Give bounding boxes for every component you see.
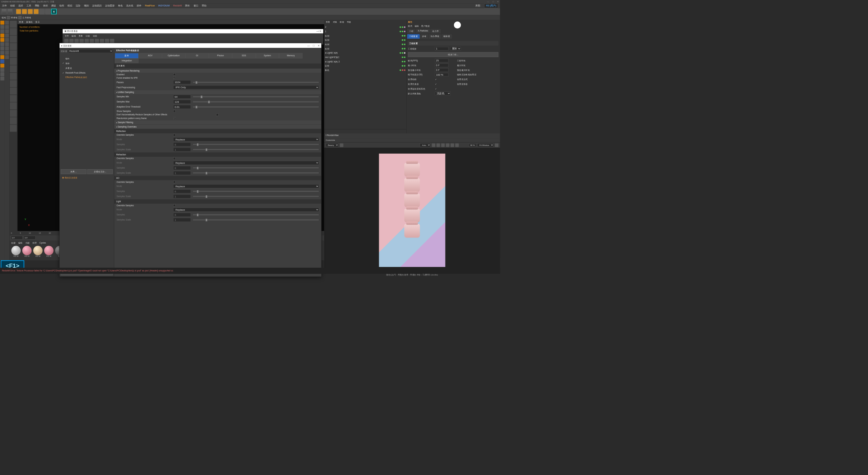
time-start-input[interactable] bbox=[11, 236, 23, 239]
menu-help[interactable]: 帮助 bbox=[202, 4, 206, 7]
attr-edit[interactable]: 编辑 bbox=[415, 25, 419, 28]
select-tool-icon[interactable] bbox=[16, 9, 21, 14]
randomize-checkbox[interactable] bbox=[173, 117, 176, 119]
menu-sim[interactable]: 模拟 bbox=[67, 4, 72, 7]
render-settings-window[interactable]: ● 渲染设置 —□✕ 渲染器 Redshift 输出 保存 多通道 Redshi… bbox=[59, 43, 321, 277]
mat-edit[interactable]: 编辑 bbox=[18, 241, 23, 244]
texture-icon[interactable] bbox=[10, 95, 17, 102]
enabled-checkbox[interactable] bbox=[173, 73, 176, 76]
menu-mograph[interactable]: 运动图形 bbox=[105, 4, 115, 7]
rv-icon[interactable] bbox=[340, 143, 343, 147]
force-ipr-checkbox[interactable] bbox=[173, 77, 176, 79]
tool-icon[interactable] bbox=[39, 9, 44, 14]
aerr-slider[interactable] bbox=[193, 106, 319, 108]
pv-icon[interactable] bbox=[84, 39, 89, 43]
rs-output[interactable]: 输出 bbox=[60, 56, 114, 61]
samples-input[interactable] bbox=[173, 189, 191, 193]
samples-slider[interactable] bbox=[193, 191, 319, 192]
object-row[interactable]: a Light区域光.3 bbox=[325, 59, 405, 64]
tool-icon[interactable] bbox=[0, 55, 4, 59]
menu-volume[interactable]: 体积 bbox=[43, 4, 48, 7]
rv-auto-select[interactable]: Auto bbox=[420, 143, 431, 147]
tool-icon[interactable] bbox=[0, 42, 4, 46]
lock-icon[interactable] bbox=[432, 143, 435, 147]
obj-object[interactable]: 对象 bbox=[333, 21, 337, 24]
object-row[interactable]: a Light区域光 bbox=[325, 51, 405, 55]
tool-icon[interactable] bbox=[0, 59, 4, 63]
mat-tex[interactable]: 纹理 bbox=[33, 241, 37, 244]
objmgr-menu[interactable]: 查看 对象 标签 书签 bbox=[324, 20, 406, 24]
tab-ref[interactable]: 参考 bbox=[420, 34, 428, 39]
project-scale-input[interactable] bbox=[435, 47, 449, 50]
pv-file[interactable]: 文件 bbox=[65, 34, 69, 37]
override-checkbox[interactable] bbox=[173, 157, 176, 160]
multipass-button[interactable]: 多通道渲染... bbox=[87, 169, 113, 174]
tool-icon[interactable] bbox=[0, 46, 4, 51]
grid-icon[interactable] bbox=[436, 143, 440, 147]
pv-icon[interactable] bbox=[105, 39, 109, 43]
viewport-menu[interactable]: 查看 摄像机 显示 bbox=[18, 20, 324, 24]
tool-icon[interactable] bbox=[5, 21, 9, 25]
tab-dynamics[interactable]: 动力学 bbox=[431, 29, 441, 33]
vp-view[interactable]: 查看 bbox=[19, 21, 23, 24]
texture-icon[interactable] bbox=[10, 36, 17, 43]
samples-slider[interactable] bbox=[193, 167, 319, 169]
mode-select[interactable]: Replace bbox=[173, 161, 319, 165]
rv-fit-select[interactable]: Fit Window bbox=[477, 143, 494, 147]
field-group[interactable]: 组域 bbox=[2, 16, 6, 19]
object-row[interactable]: 1 bbox=[325, 29, 405, 34]
check-icon[interactable] bbox=[435, 78, 437, 80]
mode-select[interactable]: Replace bbox=[173, 208, 319, 212]
mintime-input[interactable] bbox=[435, 63, 449, 67]
menu-char[interactable]: 角色 bbox=[118, 4, 123, 7]
renderer-select[interactable]: Redshift bbox=[68, 49, 113, 53]
rs-multi[interactable]: 多通道 bbox=[60, 66, 114, 71]
passes-input[interactable] bbox=[173, 80, 191, 84]
pv-anim[interactable]: 动画 bbox=[93, 34, 97, 37]
menu-realflow[interactable]: RealFlow bbox=[145, 4, 155, 7]
object-tree[interactable]: 2 1 实例 实例 实例 实例 a Light区域光 me Light穹顶灯 a… bbox=[324, 24, 406, 73]
rv-icon[interactable] bbox=[455, 143, 459, 147]
scale-input[interactable] bbox=[173, 218, 191, 222]
rv-icon[interactable] bbox=[446, 143, 449, 147]
mat-cycles[interactable]: Cycles bbox=[39, 242, 46, 244]
tool-icon[interactable] bbox=[45, 9, 51, 14]
scale-tool-icon[interactable] bbox=[28, 9, 33, 14]
tool-icon[interactable] bbox=[5, 25, 9, 29]
tab-todo[interactable]: 待办事项 bbox=[429, 34, 441, 39]
x-axis-icon[interactable]: X bbox=[51, 9, 57, 14]
object-row[interactable]: 实例 bbox=[325, 46, 405, 51]
passes-slider[interactable] bbox=[193, 81, 319, 83]
pv-menu[interactable]: 文件 编辑 查看 比较 动画 bbox=[63, 33, 323, 38]
group-sample-filtering[interactable]: Sample Filtering bbox=[114, 120, 321, 125]
tab-project-settings[interactable]: 工程设置 bbox=[407, 34, 420, 39]
tool-icon[interactable] bbox=[0, 72, 4, 76]
pv-icon[interactable] bbox=[100, 39, 104, 43]
material-item[interactable]: RS M bbox=[11, 246, 21, 258]
texture-icon[interactable] bbox=[10, 21, 17, 28]
samples-max-input[interactable] bbox=[173, 100, 191, 104]
tool-icon[interactable] bbox=[0, 51, 4, 55]
material-item[interactable]: RS M bbox=[44, 246, 54, 258]
dont-reduce-checkbox[interactable] bbox=[216, 114, 219, 116]
object-row[interactable]: 2 bbox=[325, 25, 405, 30]
field-icon[interactable] bbox=[7, 16, 10, 19]
samples-min-input[interactable] bbox=[173, 95, 191, 99]
tool-icon[interactable] bbox=[5, 34, 9, 38]
time-current-input[interactable] bbox=[24, 236, 36, 239]
check-icon[interactable] bbox=[435, 88, 437, 90]
layout-select[interactable]: RS (用户) bbox=[484, 3, 498, 8]
scale-slider[interactable] bbox=[193, 172, 319, 174]
tool-icon[interactable] bbox=[0, 77, 4, 81]
tool-icon[interactable] bbox=[0, 38, 4, 42]
menu-window[interactable]: 窗口 bbox=[194, 4, 198, 7]
cube-icon[interactable] bbox=[0, 21, 4, 25]
tab-project[interactable]: 工程 bbox=[407, 29, 415, 33]
samples-input[interactable] bbox=[173, 142, 191, 147]
scale-input[interactable] bbox=[173, 171, 191, 175]
texture-icon[interactable] bbox=[10, 58, 17, 65]
samples-slider[interactable] bbox=[193, 214, 319, 216]
texture-icon[interactable] bbox=[10, 102, 17, 110]
smin-slider[interactable] bbox=[193, 96, 319, 98]
texture-icon[interactable] bbox=[10, 80, 17, 87]
